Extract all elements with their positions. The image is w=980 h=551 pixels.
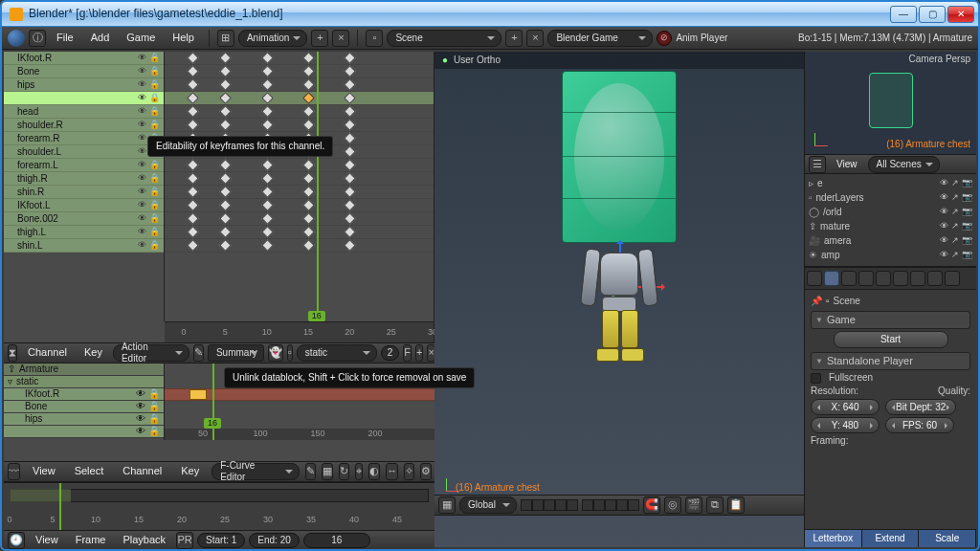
menu-game[interactable]: Game [120, 29, 162, 47]
keyframe-area[interactable]: 16 [165, 52, 434, 321]
keyframe[interactable] [344, 119, 356, 131]
keyframe[interactable] [302, 226, 315, 238]
channel-row[interactable]: forearm.R👁🔒 [4, 132, 164, 145]
nla-channel[interactable]: 👁 🔒 [4, 426, 164, 438]
keyframe[interactable] [302, 92, 315, 104]
channel-row[interactable]: thigh.L👁🔒 [4, 226, 164, 239]
fc-tool-icon[interactable]: ↻ [339, 463, 349, 480]
keyframe-row[interactable] [165, 226, 434, 239]
action-strip[interactable] [189, 389, 207, 400]
editor-type-icon[interactable]: 🕘 [8, 532, 25, 549]
keyframe[interactable] [344, 186, 356, 198]
keyframe[interactable] [261, 186, 274, 198]
copy-icon[interactable]: ⧉ [706, 496, 724, 514]
keyframe[interactable] [219, 105, 232, 118]
pin-icon[interactable]: 📌 [811, 296, 822, 307]
nla-channel-list[interactable]: ⇪Armature ▿static IKfoot.R👁 🔒 Bone👁 🔒 hi… [4, 364, 165, 440]
start-frame-field[interactable]: Start: 1 [197, 533, 245, 548]
tab-modifiers-icon[interactable] [893, 271, 908, 286]
keyframe-row[interactable] [165, 186, 434, 199]
outliner-tree[interactable]: ▹e👁↗📷▫nderLayers👁↗📷◯/orld👁↗📷⇪mature👁↗📷🎥a… [805, 174, 976, 267]
channel-row[interactable]: shin.L👁🔒 [4, 239, 164, 253]
keyframe[interactable] [261, 119, 274, 131]
tab-object-icon[interactable] [858, 271, 874, 286]
tab-scene-icon[interactable] [824, 271, 839, 286]
outliner-row[interactable]: ▫nderLayers👁↗📷 [807, 190, 974, 205]
keyframe[interactable] [261, 65, 274, 77]
menu-key[interactable]: Key [174, 462, 206, 480]
fc-tool-icon[interactable]: ⚙ [420, 463, 432, 480]
fc-tool-icon[interactable]: ▦ [322, 463, 333, 480]
keyframe[interactable] [187, 239, 199, 252]
menu-channel[interactable]: Channel [21, 343, 74, 362]
res-x-field[interactable]: X: 640 [811, 399, 880, 415]
action-users[interactable]: 2 [381, 345, 400, 361]
channel-row[interactable]: shoulder.R👁🔒 [4, 119, 164, 132]
window-titlebar[interactable]: Blender* [g:\blender files\gametest\eddi… [2, 2, 978, 27]
keyframe[interactable] [261, 239, 274, 252]
keyframe[interactable] [302, 172, 315, 185]
keyframe[interactable] [302, 52, 315, 64]
summary-toggle[interactable]: Summary [208, 344, 264, 362]
tab-constraints-icon[interactable] [876, 271, 891, 286]
keyframe[interactable] [261, 172, 274, 185]
minimize-button[interactable]: — [890, 6, 917, 23]
breadcrumb[interactable]: Scene [834, 296, 860, 307]
keyframe[interactable] [344, 172, 356, 185]
keyframe[interactable] [261, 159, 274, 171]
playhead[interactable] [317, 52, 319, 321]
keyframe[interactable] [261, 52, 274, 64]
keyframe[interactable] [302, 105, 315, 118]
keyframe-row[interactable] [165, 159, 434, 172]
start-button[interactable]: Start [834, 331, 948, 348]
keyframe[interactable] [302, 212, 315, 225]
tab-extend[interactable]: Extend [862, 530, 920, 547]
fc-tool-icon[interactable]: ◐ [368, 463, 380, 480]
outliner-row[interactable]: 🎥amera👁↗📷 [807, 233, 974, 248]
tab-letterbox[interactable]: Letterbox [805, 530, 862, 547]
tab-scale[interactable]: Scale [919, 530, 976, 547]
scene-dropdown[interactable]: Scene [387, 30, 501, 47]
keyframe[interactable] [344, 78, 356, 91]
scene-add-icon[interactable]: + [505, 30, 523, 47]
keyframe[interactable] [302, 78, 315, 91]
outliner-row[interactable]: ☀amp👁↗📷 [807, 248, 974, 262]
channel-row[interactable]: head👁🔒 [4, 105, 164, 119]
engine-dropdown[interactable]: Blender Game [547, 30, 653, 47]
keyframe-row[interactable] [165, 105, 434, 119]
keyframe[interactable] [219, 92, 232, 104]
keyframe-row[interactable] [165, 52, 434, 65]
screen-layout-dropdown[interactable]: Animation [238, 30, 307, 47]
panel-standalone[interactable]: Standalone Player [811, 352, 970, 370]
pr-toggle[interactable]: PR [176, 532, 193, 549]
nla-channel[interactable]: IKfoot.R👁 🔒 [4, 388, 164, 401]
channel-row[interactable]: hips👁🔒 [4, 78, 164, 92]
menu-frame[interactable]: Frame [69, 531, 113, 549]
channel-row[interactable]: IKfoot.L👁🔒 [4, 199, 164, 212]
fps-field[interactable]: FPS: 60 [885, 417, 954, 433]
channel-row[interactable]: IKfoot.R👁🔒 [4, 52, 164, 65]
bit-depth-field[interactable]: Bit Dept: 32 [885, 399, 956, 415]
frame-ruler[interactable]: 051015202530 [165, 321, 434, 342]
fc-tool-icon[interactable]: ✧ [404, 463, 414, 480]
keyframe[interactable] [219, 159, 232, 171]
outliner-row[interactable]: ⇪mature👁↗📷 [807, 219, 974, 233]
keyframe[interactable] [344, 65, 356, 77]
scene-browse-icon[interactable]: ▫ [366, 30, 383, 47]
keyframe[interactable] [302, 65, 315, 77]
keyframe[interactable] [187, 186, 199, 198]
keyframe[interactable] [344, 105, 356, 118]
keyframe[interactable] [219, 172, 232, 185]
keyframe[interactable] [219, 119, 232, 131]
keyframe[interactable] [219, 199, 232, 211]
panel-game[interactable]: Game [811, 311, 970, 329]
keyframe[interactable] [187, 119, 199, 131]
fullscreen-checkbox[interactable] [811, 373, 821, 384]
action-dropdown[interactable]: static [297, 344, 377, 362]
keyframe-row[interactable] [165, 65, 434, 78]
channel-row[interactable]: shin.R👁🔒 [4, 186, 164, 199]
keyframe[interactable] [261, 105, 274, 118]
keyframe-row[interactable] [165, 119, 434, 132]
channel-row[interactable]: shoulder.L👁🔒 [4, 145, 164, 159]
keyframe[interactable] [344, 145, 356, 158]
